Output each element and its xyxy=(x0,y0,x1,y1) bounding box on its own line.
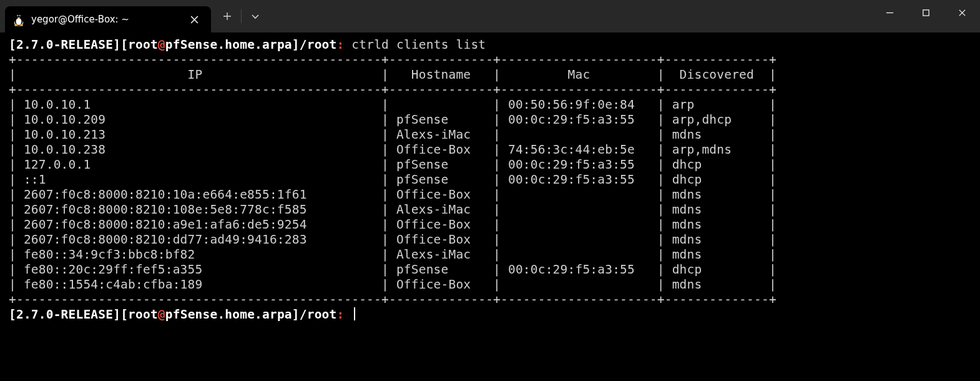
window-controls xyxy=(871,0,980,32)
close-tab-button[interactable] xyxy=(186,11,202,27)
maximize-icon xyxy=(922,9,930,17)
tab-actions xyxy=(211,0,268,32)
minimize-icon xyxy=(886,9,894,17)
terminal-tab[interactable]: yegor@Office-Box: ~ xyxy=(5,6,211,32)
plus-icon xyxy=(223,12,232,21)
new-tab-button[interactable] xyxy=(215,4,240,29)
maximize-button[interactable] xyxy=(908,0,944,25)
close-window-button[interactable] xyxy=(944,0,980,25)
tux-icon xyxy=(12,13,25,26)
cursor xyxy=(354,307,355,320)
svg-point-5 xyxy=(19,16,20,16)
tab-dropdown-button[interactable] xyxy=(243,4,268,29)
minimize-button[interactable] xyxy=(871,0,908,25)
svg-rect-6 xyxy=(923,9,928,15)
tab-title: yegor@Office-Box: ~ xyxy=(31,14,180,25)
close-icon xyxy=(958,9,966,17)
titlebar: yegor@Office-Box: ~ xyxy=(0,0,980,32)
divider xyxy=(241,9,242,23)
svg-point-4 xyxy=(17,16,18,16)
terminal-output[interactable]: [2.7.0-RELEASE][root@pfSense.home.arpa]/… xyxy=(0,32,980,327)
close-icon xyxy=(190,16,198,24)
chevron-down-icon xyxy=(251,12,260,21)
svg-point-1 xyxy=(16,18,22,25)
